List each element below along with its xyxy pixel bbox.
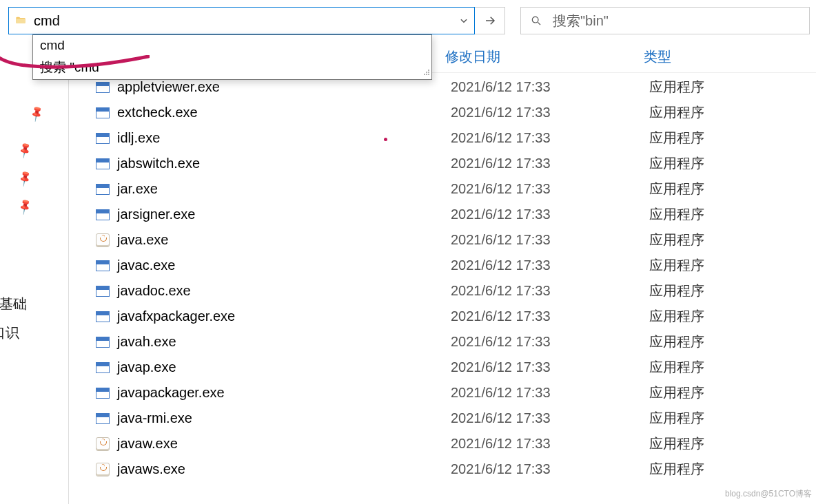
chevron-down-icon	[459, 16, 469, 25]
file-date: 2021/6/12 17:33	[451, 410, 649, 426]
table-row[interactable]: javadoc.exe2021/6/12 17:33应用程序	[69, 278, 816, 304]
table-row[interactable]: jabswitch.exe2021/6/12 17:33应用程序	[69, 151, 816, 176]
sidebar-text-2[interactable]: 口识	[0, 318, 27, 347]
application-icon	[95, 258, 110, 273]
file-type: 应用程序	[649, 256, 816, 275]
file-date: 2021/6/12 17:33	[451, 130, 649, 146]
file-name: javaw.exe	[117, 436, 178, 452]
application-icon	[95, 335, 110, 350]
search-icon	[531, 15, 542, 26]
file-name: javadoc.exe	[117, 283, 191, 299]
application-icon	[95, 386, 110, 401]
file-name: javac.exe	[117, 258, 176, 273]
address-input[interactable]	[34, 13, 453, 29]
application-icon	[95, 156, 110, 171]
table-row[interactable]: idlj.exe2021/6/12 17:33应用程序	[69, 125, 816, 151]
file-name: javafxpackager.exe	[117, 308, 235, 324]
file-name: java-rmi.exe	[117, 410, 192, 426]
file-name: jar.exe	[117, 181, 158, 197]
pin-icon: 📌	[15, 103, 46, 131]
file-date: 2021/6/12 17:33	[451, 385, 649, 401]
file-type: 应用程序	[649, 307, 816, 326]
folder-icon	[14, 15, 27, 26]
file-name: javap.exe	[117, 359, 176, 375]
table-row[interactable]: javac.exe2021/6/12 17:33应用程序	[69, 253, 816, 278]
table-row[interactable]: jar.exe2021/6/12 17:33应用程序	[69, 176, 816, 202]
file-date: 2021/6/12 17:33	[451, 258, 649, 273]
watermark: blog.csdn@51CTO博客	[725, 488, 812, 500]
java-icon	[95, 462, 110, 477]
table-row[interactable]: extcheck.exe2021/6/12 17:33应用程序	[69, 100, 816, 125]
file-date: 2021/6/12 17:33	[451, 461, 649, 477]
application-icon	[95, 309, 110, 324]
file-type: 应用程序	[649, 460, 816, 479]
file-type: 应用程序	[649, 231, 816, 249]
address-dropdown: cmd 搜索 "cmd"	[32, 34, 432, 80]
file-date: 2021/6/12 17:33	[451, 334, 649, 350]
arrow-right-icon	[484, 14, 496, 27]
table-row[interactable]: javaws.exe2021/6/12 17:33应用程序	[69, 456, 816, 482]
dropdown-item-cmd[interactable]: cmd	[33, 35, 431, 56]
application-icon	[95, 105, 110, 120]
file-type: 应用程序	[649, 205, 816, 224]
application-icon	[95, 284, 110, 299]
table-row[interactable]: javap.exe2021/6/12 17:33应用程序	[69, 355, 816, 380]
go-button[interactable]	[475, 7, 505, 34]
java-icon	[95, 233, 110, 248]
application-icon	[95, 207, 110, 222]
column-header-date[interactable]: 修改日期	[445, 48, 644, 66]
file-type: 应用程序	[649, 282, 816, 300]
file-name: idlj.exe	[117, 130, 160, 146]
table-row[interactable]: javah.exe2021/6/12 17:33应用程序	[69, 329, 816, 355]
file-date: 2021/6/12 17:33	[451, 436, 649, 452]
table-row[interactable]: jarsigner.exe2021/6/12 17:33应用程序	[69, 202, 816, 227]
application-icon	[95, 131, 110, 146]
file-name: extcheck.exe	[117, 105, 198, 120]
file-list: appletviewer.exe2021/6/12 17:33应用程序extch…	[69, 74, 816, 482]
table-row[interactable]: javafxpackager.exe2021/6/12 17:33应用程序	[69, 304, 816, 329]
search-placeholder: 搜索"bin"	[553, 12, 609, 30]
svg-point-0	[532, 17, 538, 23]
pin-icon: 📌	[15, 132, 45, 159]
file-name: jabswitch.exe	[117, 156, 200, 171]
table-row[interactable]: java.exe2021/6/12 17:33应用程序	[69, 227, 816, 253]
address-history-button[interactable]	[453, 8, 474, 34]
file-type: 应用程序	[649, 358, 816, 377]
file-type: 应用程序	[649, 103, 816, 122]
table-row[interactable]: java-rmi.exe2021/6/12 17:33应用程序	[69, 406, 816, 431]
file-type: 应用程序	[649, 78, 816, 96]
file-date: 2021/6/12 17:33	[451, 156, 649, 171]
pin-icon: 📌	[15, 160, 45, 187]
application-icon	[95, 360, 110, 375]
pin-icon: 📌	[15, 189, 45, 216]
file-date: 2021/6/12 17:33	[451, 359, 649, 375]
java-icon	[95, 437, 110, 452]
file-date: 2021/6/12 17:33	[451, 79, 649, 95]
file-date: 2021/6/12 17:33	[451, 105, 649, 120]
file-type: 应用程序	[649, 154, 816, 173]
application-icon	[95, 80, 110, 95]
file-date: 2021/6/12 17:33	[451, 283, 649, 299]
file-date: 2021/6/12 17:33	[451, 207, 649, 222]
application-icon	[95, 411, 110, 426]
annotation-dot	[384, 138, 387, 141]
column-header-type[interactable]: 类型	[644, 48, 816, 66]
file-type: 应用程序	[649, 384, 816, 402]
file-name: javah.exe	[117, 334, 176, 350]
file-date: 2021/6/12 17:33	[451, 181, 649, 197]
file-type: 应用程序	[649, 180, 816, 198]
file-type: 应用程序	[649, 434, 816, 453]
file-list-pane: 名称 修改日期 类型 appletviewer.exe2021/6/12 17:…	[69, 41, 816, 504]
file-name: appletviewer.exe	[117, 79, 220, 95]
table-row[interactable]: javapackager.exe2021/6/12 17:33应用程序	[69, 380, 816, 406]
address-bar[interactable]	[8, 7, 475, 34]
file-name: javaws.exe	[117, 461, 185, 477]
sidebar-text-1[interactable]: 5基础	[0, 289, 27, 318]
dropdown-item-search[interactable]: 搜索 "cmd"	[33, 56, 431, 79]
table-row[interactable]: javaw.exe2021/6/12 17:33应用程序	[69, 431, 816, 456]
file-name: javapackager.exe	[117, 385, 225, 401]
sidebar: 📌 📌 📌 📌 5基础 口识	[0, 41, 69, 504]
search-box[interactable]: 搜索"bin"	[520, 7, 810, 34]
file-name: jarsigner.exe	[117, 207, 195, 222]
file-date: 2021/6/12 17:33	[451, 308, 649, 324]
